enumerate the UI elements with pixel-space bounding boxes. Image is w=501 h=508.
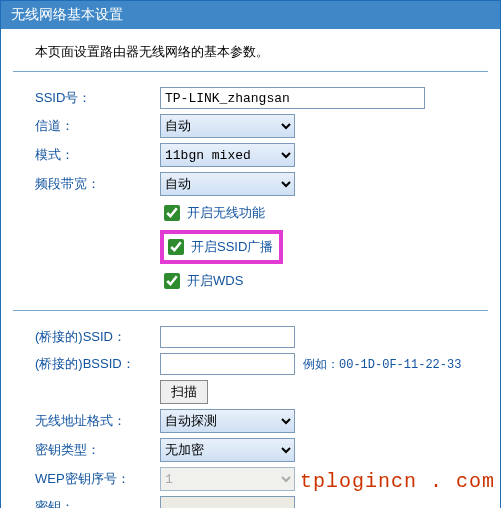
wireless-settings-panel: 无线网络基本设置 本页面设置路由器无线网络的基本参数。 SSID号： 信道： 自… (0, 0, 501, 508)
wds-section: (桥接的)SSID： (桥接的)BSSID： 例如：00-1D-0F-11-22… (13, 311, 488, 508)
panel-title: 无线网络基本设置 (1, 1, 500, 29)
bssid-example: 例如：00-1D-0F-11-22-33 (303, 356, 461, 373)
enable-ssid-broadcast-checkbox[interactable] (168, 239, 184, 255)
bridge-ssid-label: (桥接的)SSID： (35, 328, 160, 346)
ssid-label: SSID号： (35, 89, 160, 107)
basic-section: SSID号： 信道： 自动 模式： 11bgn mixed 频段带宽： (13, 72, 488, 311)
bridge-bssid-label: (桥接的)BSSID： (35, 355, 160, 373)
key-type-select[interactable]: 无加密 (160, 438, 295, 462)
key-input (160, 496, 295, 508)
enable-wireless-label: 开启无线功能 (187, 204, 265, 222)
panel-description: 本页面设置路由器无线网络的基本参数。 (13, 29, 488, 72)
bridge-bssid-input[interactable] (160, 353, 295, 375)
ssid-broadcast-highlight: 开启SSID广播 (160, 230, 283, 264)
key-label: 密钥： (35, 498, 160, 508)
wep-index-select: 1 (160, 467, 295, 491)
bandwidth-select[interactable]: 自动 (160, 172, 295, 196)
addr-format-select[interactable]: 自动探测 (160, 409, 295, 433)
enable-ssid-broadcast-label: 开启SSID广播 (191, 238, 273, 256)
enable-wireless-checkbox[interactable] (164, 205, 180, 221)
addr-format-label: 无线地址格式： (35, 412, 160, 430)
scan-button[interactable]: 扫描 (160, 380, 208, 404)
channel-label: 信道： (35, 117, 160, 135)
mode-label: 模式： (35, 146, 160, 164)
enable-wds-label: 开启WDS (187, 272, 243, 290)
bridge-ssid-input[interactable] (160, 326, 295, 348)
wep-index-label: WEP密钥序号： (35, 470, 160, 488)
mode-select[interactable]: 11bgn mixed (160, 143, 295, 167)
bandwidth-label: 频段带宽： (35, 175, 160, 193)
key-type-label: 密钥类型： (35, 441, 160, 459)
ssid-input[interactable] (160, 87, 425, 109)
enable-wds-checkbox[interactable] (164, 273, 180, 289)
channel-select[interactable]: 自动 (160, 114, 295, 138)
